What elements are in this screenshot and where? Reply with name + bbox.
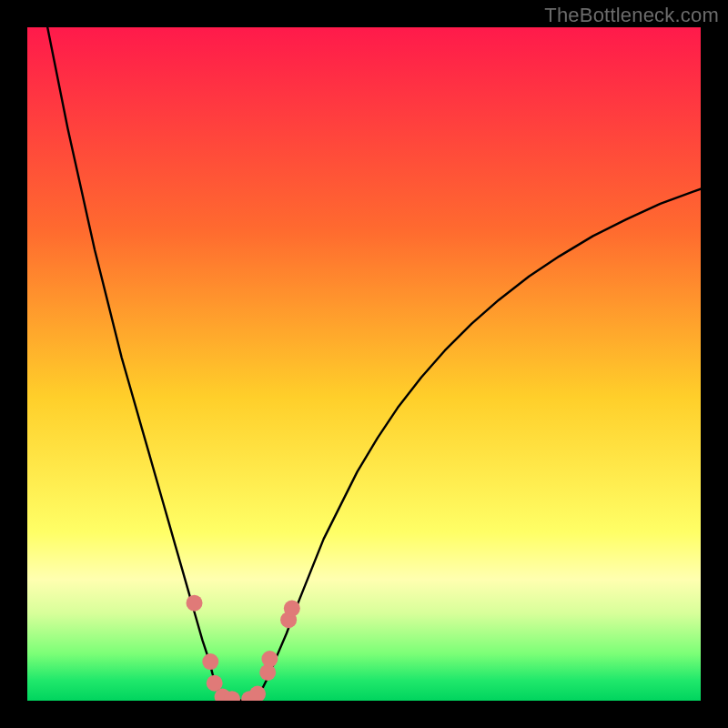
data-point (261, 651, 278, 667)
gradient-background (27, 27, 701, 701)
watermark-text: TheBottleneck.com (544, 4, 719, 27)
data-point (202, 653, 218, 670)
chart-svg (27, 27, 701, 701)
plot-area (27, 27, 701, 701)
data-point (187, 595, 203, 612)
outer-frame: TheBottleneck.com (0, 0, 728, 728)
data-point (284, 601, 300, 617)
